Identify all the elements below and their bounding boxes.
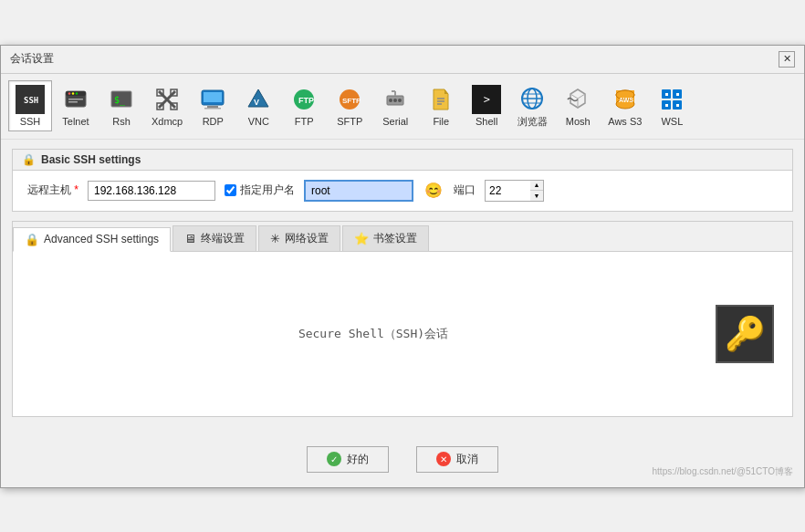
svg-text:SFTP: SFTP: [342, 97, 361, 105]
ftp-icon: FTP: [289, 85, 319, 114]
proto-mosh[interactable]: Mosh: [556, 80, 600, 131]
tab-terminal[interactable]: 🖥 终端设置: [172, 225, 256, 251]
proto-wsl-label: WSL: [661, 116, 683, 127]
tab-network-icon: ✳: [270, 232, 280, 245]
svg-text:SSH: SSH: [24, 96, 38, 105]
proto-rsh[interactable]: $_ Rsh: [99, 80, 143, 131]
tab-bookmark-label: 书签设置: [373, 231, 417, 246]
svg-rect-56: [665, 93, 668, 96]
proto-ssh[interactable]: SSH SSH: [8, 80, 52, 131]
ok-button[interactable]: ✓ 好的: [307, 446, 389, 473]
tab-adv-ssh-icon: 🔒: [25, 233, 39, 246]
port-increment-button[interactable]: ▲: [530, 181, 543, 191]
cancel-label: 取消: [456, 452, 478, 467]
port-input[interactable]: [485, 180, 530, 202]
specify-username-checkbox[interactable]: [225, 184, 236, 196]
svg-rect-19: [204, 108, 221, 110]
svg-rect-58: [665, 104, 668, 107]
key-icon: 🔑: [725, 315, 766, 353]
protocol-toolbar: SSH SSH Telnet: [1, 74, 804, 140]
proto-sftp-label: SFTP: [337, 116, 362, 127]
user-avatar-icon[interactable]: 😊: [423, 180, 444, 202]
mosh-icon: [563, 85, 592, 114]
proto-file[interactable]: File: [419, 80, 463, 131]
footer: ✓ 好的 ✕ 取消: [1, 435, 804, 487]
host-label: 远程主机 *: [27, 183, 78, 198]
cancel-button[interactable]: ✕ 取消: [416, 446, 498, 473]
specify-username-checkbox-label[interactable]: 指定用户名: [225, 183, 295, 198]
vnc-icon: V: [244, 85, 273, 114]
proto-vnc-label: VNC: [248, 116, 269, 127]
basic-settings-header: 🔒 Basic SSH settings: [13, 150, 792, 171]
tab-adv-ssh[interactable]: 🔒 Advanced SSH settings: [13, 227, 171, 252]
proto-xdmcp[interactable]: Xdmcp: [145, 80, 189, 131]
cancel-icon: ✕: [436, 452, 451, 466]
svg-point-6: [76, 92, 78, 94]
proto-serial[interactable]: Serial: [373, 80, 417, 131]
svg-rect-59: [676, 104, 679, 107]
svg-rect-20: [204, 92, 222, 102]
svg-point-5: [72, 92, 74, 94]
awss3-icon: AWS: [611, 85, 640, 114]
svg-point-4: [68, 92, 70, 94]
svg-text:V: V: [254, 98, 259, 107]
proto-file-label: File: [433, 116, 449, 127]
ok-label: 好的: [347, 452, 369, 467]
tab-terminal-label: 终端设置: [201, 231, 245, 246]
close-button[interactable]: ✕: [779, 51, 795, 68]
proto-awss3[interactable]: AWS Aws S3: [601, 80, 648, 131]
basic-header-label: Basic SSH settings: [41, 153, 141, 166]
ssh-icon-box: SSH: [16, 85, 45, 114]
tab-network[interactable]: ✳ 网络设置: [258, 225, 340, 251]
port-decrement-button[interactable]: ▼: [530, 191, 543, 201]
tabs-header: 🔒 Advanced SSH settings 🖥 终端设置 ✳ 网络设置 ⭐ …: [13, 222, 792, 252]
ok-icon: ✓: [327, 452, 341, 466]
main-content: 🔒 Basic SSH settings 远程主机 * 指定用户名 😊 端口: [1, 140, 804, 435]
shell-icon: [472, 85, 501, 114]
proto-shell-label: Shell: [476, 116, 497, 127]
proto-ftp-label: FTP: [295, 116, 314, 127]
proto-vnc[interactable]: V VNC: [236, 80, 280, 131]
tab-adv-ssh-label: Advanced SSH settings: [44, 233, 159, 245]
tab-network-label: 网络设置: [285, 231, 329, 246]
advanced-settings-group: 🔒 Advanced SSH settings 🖥 终端设置 ✳ 网络设置 ⭐ …: [12, 221, 793, 417]
svg-rect-57: [676, 93, 679, 96]
proto-wsl[interactable]: WSL: [650, 80, 694, 131]
proto-shell[interactable]: Shell: [465, 80, 508, 131]
proto-ftp[interactable]: FTP FTP: [282, 80, 326, 131]
host-input[interactable]: [88, 181, 215, 201]
dialog: 会话设置 ✕ SSH SSH: [0, 45, 805, 488]
proto-sftp[interactable]: SFTP SFTP: [328, 80, 371, 131]
required-star: *: [74, 183, 78, 196]
basic-header-icon: 🔒: [22, 153, 36, 166]
svg-line-44: [578, 94, 585, 99]
browser-icon: [518, 84, 547, 113]
proto-ssh-label: SSH: [20, 116, 41, 127]
proto-browser-label: 浏览器: [518, 115, 548, 129]
svg-text:FTP: FTP: [298, 96, 314, 105]
tab-bookmark[interactable]: ⭐ 书签设置: [342, 225, 429, 251]
username-input[interactable]: [304, 180, 413, 202]
xdmcp-icon: [152, 85, 182, 114]
proto-telnet[interactable]: Telnet: [54, 80, 98, 131]
proto-rsh-label: Rsh: [112, 116, 131, 127]
basic-settings-body: 远程主机 * 指定用户名 😊 端口 ▲ ▼: [13, 171, 792, 211]
proto-telnet-label: Telnet: [62, 116, 89, 127]
ssh-icon: SSH: [16, 85, 45, 114]
port-spinbox: ▲ ▼: [485, 180, 544, 202]
key-icon-box: 🔑: [716, 305, 774, 363]
svg-rect-8: [68, 101, 78, 103]
serial-icon: [381, 85, 410, 114]
proto-rdp-label: RDP: [203, 116, 224, 127]
rsh-icon: $_: [107, 85, 136, 114]
svg-text:AWS: AWS: [619, 97, 633, 103]
svg-point-30: [398, 99, 402, 102]
tab-terminal-icon: 🖥: [184, 232, 196, 245]
wsl-icon: [657, 85, 686, 114]
svg-point-29: [393, 99, 397, 102]
title-bar: 会话设置 ✕: [1, 46, 804, 74]
proto-browser[interactable]: 浏览器: [510, 79, 554, 133]
proto-rdp[interactable]: RDP: [191, 80, 235, 131]
adv-description-wrap: Secure Shell（SSH)会话: [31, 326, 716, 342]
rdp-icon: [198, 85, 227, 114]
